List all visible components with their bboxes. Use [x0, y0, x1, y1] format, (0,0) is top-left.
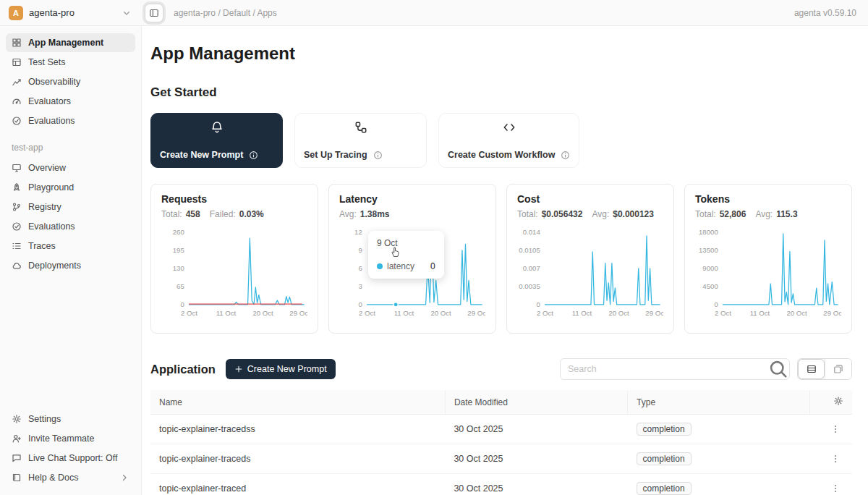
- column-header-name[interactable]: Name: [150, 390, 445, 415]
- metric-chart-svg: 2601951306502 Oct11 Oct20 Oct29 Oct: [161, 228, 307, 320]
- search-box: [560, 358, 790, 380]
- svg-text:195: 195: [173, 246, 184, 254]
- svg-text:4500: 4500: [702, 282, 718, 290]
- trace-icon: [304, 121, 417, 134]
- nav-item-label: Invite Teammate: [28, 433, 94, 444]
- tooltip-series-row: latency0: [377, 261, 435, 271]
- metric-stats: Total:52,806Avg:115.3: [695, 209, 841, 219]
- workspace-avatar: A: [9, 6, 23, 20]
- metric-chart[interactable]: 2601951306502 Oct11 Oct20 Oct29 Oct: [161, 228, 307, 320]
- sidebar: App ManagementTest SetsObservabilityEval…: [0, 26, 142, 495]
- main-content: App Management Get Started Create New Pr…: [142, 26, 868, 495]
- nav-item-label: Observability: [28, 77, 80, 87]
- sidebar-bottom-item-invite-teammate[interactable]: Invite Teammate: [6, 429, 135, 448]
- metrics-row: RequestsTotal:458Failed:0.03%26019513065…: [150, 184, 852, 334]
- metric-stats: Total:$0.056432Avg:$0.000123: [517, 209, 663, 219]
- monitor-icon: [12, 163, 22, 173]
- card-label-row: Create New Prompt: [160, 150, 273, 160]
- get-started-card-create-custom-workflow[interactable]: Create Custom Workflow: [438, 113, 579, 168]
- chevron-right-icon: [119, 473, 129, 483]
- cell-actions: [810, 444, 852, 474]
- metric-stat-label: Total:: [161, 209, 182, 219]
- application-heading: Application: [150, 363, 216, 376]
- svg-text:0.0105: 0.0105: [519, 246, 540, 254]
- metric-chart[interactable]: 18000135009000450002 Oct11 Oct20 Oct29 O…: [695, 228, 841, 320]
- svg-text:0: 0: [358, 300, 362, 308]
- cell-name: topic-explainer-traceds: [150, 444, 445, 474]
- grid-icon: [12, 38, 22, 48]
- search-input[interactable]: [561, 364, 767, 374]
- sidebar-app-item-playground[interactable]: Playground: [6, 178, 135, 197]
- sidebar-app-item-deployments[interactable]: Deployments: [6, 256, 135, 275]
- sidebar-item-test-sets[interactable]: Test Sets: [6, 53, 135, 72]
- nav-item-label: Registry: [28, 202, 61, 212]
- svg-text:29 Oct: 29 Oct: [645, 309, 663, 317]
- svg-text:29 Oct: 29 Oct: [823, 309, 841, 317]
- cell-type: completion: [628, 444, 810, 474]
- svg-text:2 Oct: 2 Oct: [537, 309, 553, 317]
- row-menu-button[interactable]: [827, 421, 843, 437]
- metric-stat-value: 0.03%: [239, 209, 264, 219]
- get-started-card-set-up-tracing[interactable]: Set Up Tracing: [294, 113, 427, 168]
- card-view-button[interactable]: [825, 359, 851, 379]
- column-header-settings[interactable]: [810, 390, 852, 415]
- info-icon[interactable]: [249, 151, 258, 160]
- row-menu-button[interactable]: [827, 481, 843, 495]
- nav-item-label: Overview: [28, 163, 66, 173]
- table-body: topic-explainer-tracedss30 Oct 2025compl…: [150, 415, 852, 495]
- sidebar-bottom-item-settings[interactable]: Settings: [6, 410, 135, 428]
- sidebar-toggle-button[interactable]: [145, 4, 163, 22]
- svg-text:18000: 18000: [699, 228, 718, 236]
- sidebar-section-label: test-app: [12, 143, 129, 153]
- get-started-card-create-new-prompt[interactable]: Create New Prompt: [150, 113, 283, 168]
- sidebar-item-app-management[interactable]: App Management: [6, 33, 135, 52]
- sidebar-bottom-item-live-chat-support-off[interactable]: Live Chat Support: Off: [6, 449, 135, 468]
- metric-stat-value: 458: [186, 209, 200, 219]
- column-header-date-modified[interactable]: Date Modified: [445, 390, 627, 415]
- metric-title: Cost: [517, 193, 663, 205]
- bell-icon: [160, 121, 273, 134]
- create-new-prompt-button[interactable]: Create New Prompt: [226, 359, 336, 379]
- table-view-button[interactable]: [798, 359, 825, 379]
- table-row[interactable]: topic-explainer-traced30 Oct 2025complet…: [150, 474, 852, 495]
- sidebar-item-evaluations[interactable]: Evaluations: [6, 111, 135, 130]
- sidebar-app-item-overview[interactable]: Overview: [6, 158, 135, 177]
- column-header-type[interactable]: Type: [628, 390, 810, 415]
- metric-chart[interactable]: 0.0140.01050.0070.003502 Oct11 Oct20 Oct…: [517, 228, 663, 320]
- svg-text:0: 0: [714, 300, 718, 308]
- row-menu-button[interactable]: [827, 451, 843, 467]
- svg-text:20 Oct: 20 Oct: [608, 309, 629, 317]
- nav-item-label: Evaluations: [28, 116, 75, 126]
- sidebar-item-evaluators[interactable]: Evaluators: [6, 92, 135, 111]
- info-icon[interactable]: [373, 151, 383, 160]
- user-add-icon: [12, 433, 22, 444]
- svg-text:11 Oct: 11 Oct: [572, 309, 592, 317]
- search-icon[interactable]: [767, 359, 789, 379]
- svg-text:65: 65: [176, 282, 184, 290]
- table-row[interactable]: topic-explainer-tracedss30 Oct 2025compl…: [150, 415, 852, 444]
- sidebar-bottom-item-help-docs[interactable]: Help & Docs: [6, 468, 135, 487]
- metric-stat-label: Avg:: [592, 209, 609, 219]
- sidebar-app-item-traces[interactable]: Traces: [6, 237, 135, 255]
- page-title: App Management: [150, 43, 852, 64]
- metric-card-cost: CostTotal:$0.056432Avg:$0.0001230.0140.0…: [506, 184, 674, 334]
- application-header: Application Create New Prompt: [150, 358, 852, 380]
- table-row[interactable]: topic-explainer-traceds30 Oct 2025comple…: [150, 444, 852, 474]
- cloud-icon: [12, 261, 22, 271]
- sidebar-app-item-evaluations[interactable]: Evaluations: [6, 217, 135, 236]
- tooltip-series-value: 0: [419, 261, 435, 271]
- sidebar-app-item-registry[interactable]: Registry: [6, 198, 135, 216]
- metric-stat-label: Total:: [517, 209, 538, 219]
- info-icon[interactable]: [561, 151, 570, 160]
- view-toggle: [797, 358, 852, 380]
- sidebar-app-group: OverviewPlaygroundRegistryEvaluationsTra…: [6, 158, 135, 276]
- layout: App ManagementTest SetsObservabilityEval…: [0, 26, 868, 495]
- metric-stat-label: Avg:: [339, 209, 357, 219]
- svg-text:11 Oct: 11 Oct: [216, 309, 237, 317]
- workspace-selector[interactable]: A agenta-pro: [0, 6, 142, 20]
- metric-stat-label: Avg:: [755, 209, 773, 219]
- sidebar-item-observability[interactable]: Observability: [6, 72, 135, 91]
- trend-icon: [12, 77, 22, 87]
- metric-title: Tokens: [695, 193, 841, 205]
- svg-text:9: 9: [358, 246, 362, 254]
